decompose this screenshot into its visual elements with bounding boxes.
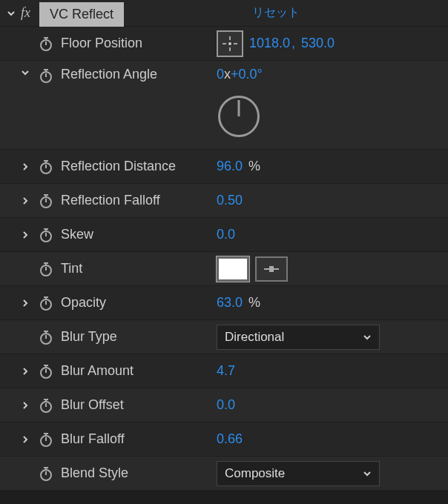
stopwatch-icon[interactable] xyxy=(37,226,55,244)
expand-caret[interactable] xyxy=(19,365,31,377)
angle-revs[interactable]: 0 xyxy=(217,67,224,82)
svg-point-4 xyxy=(228,42,231,45)
row-blend-style: Blend Style Composite xyxy=(0,457,448,491)
expand-caret[interactable] xyxy=(19,434,31,445)
row-reflection-angle: Reflection Angle 0x+0.0° xyxy=(0,61,448,150)
reflection-distance-value[interactable]: 96.0 xyxy=(217,159,243,174)
dropdown-value: Composite xyxy=(225,466,285,481)
blur-type-dropdown[interactable]: Directional xyxy=(217,325,380,350)
eyedropper-button[interactable] xyxy=(255,256,288,282)
effect-header: fx VC Reflect リセット xyxy=(0,0,448,27)
row-blur-falloff: Blur Falloff 0.66 xyxy=(0,422,448,457)
prop-label: Blur Type xyxy=(61,329,217,345)
stopwatch-icon[interactable] xyxy=(37,362,55,380)
prop-label: Skew xyxy=(61,227,217,242)
effect-name-tab[interactable]: VC Reflect xyxy=(39,2,124,27)
row-skew: Skew 0.0 xyxy=(0,218,448,252)
stopwatch-icon[interactable] xyxy=(37,294,55,312)
stopwatch-icon[interactable] xyxy=(37,35,55,53)
fx-badge[interactable]: fx xyxy=(21,5,30,21)
chevron-down-icon xyxy=(363,333,372,342)
crosshair-button[interactable] xyxy=(217,30,243,57)
expand-caret[interactable] xyxy=(19,297,31,309)
row-floor-position: Floor Position 1018.0,530.0 xyxy=(0,27,448,61)
row-blur-offset: Blur Offset 0.0 xyxy=(0,388,448,422)
chevron-down-icon xyxy=(363,469,372,478)
expand-caret[interactable] xyxy=(19,229,31,241)
row-opacity: Opacity 63.0% xyxy=(0,286,448,320)
row-tint: Tint xyxy=(0,252,448,286)
prop-label: Floor Position xyxy=(61,36,217,51)
angle-degrees[interactable]: +0.0 xyxy=(231,67,257,82)
stopwatch-icon[interactable] xyxy=(37,158,55,176)
row-blur-amount: Blur Amount 4.7 xyxy=(0,354,448,388)
stopwatch-icon[interactable] xyxy=(37,260,55,278)
expand-caret[interactable] xyxy=(19,67,31,79)
collapse-effect-caret[interactable] xyxy=(4,7,18,20)
stopwatch-icon[interactable] xyxy=(37,465,55,483)
row-reflection-falloff: Reflection Falloff 0.50 xyxy=(0,184,448,218)
tint-color-swatch[interactable] xyxy=(217,256,249,282)
blur-falloff-value[interactable]: 0.66 xyxy=(217,431,243,447)
skew-value[interactable]: 0.0 xyxy=(217,227,235,242)
angle-dial[interactable] xyxy=(218,96,260,137)
floor-x-value[interactable]: 1018.0 xyxy=(249,36,290,51)
expand-caret[interactable] xyxy=(19,161,31,173)
stopwatch-icon[interactable] xyxy=(37,67,55,84)
row-reflection-distance: Reflection Distance 96.0% xyxy=(0,150,448,184)
prop-label: Blur Falloff xyxy=(61,431,217,447)
prop-label: Blend Style xyxy=(61,465,217,481)
floor-y-value[interactable]: 530.0 xyxy=(301,36,335,51)
prop-label: Tint xyxy=(61,261,217,276)
reset-link[interactable]: リセット xyxy=(252,5,300,21)
stopwatch-icon[interactable] xyxy=(37,397,55,414)
expand-caret[interactable] xyxy=(19,195,31,207)
opacity-value[interactable]: 63.0 xyxy=(217,295,243,311)
blur-amount-value[interactable]: 4.7 xyxy=(217,363,235,379)
reflection-falloff-value[interactable]: 0.50 xyxy=(217,193,243,208)
prop-label: Blur Amount xyxy=(61,363,217,379)
prop-label: Reflection Angle xyxy=(61,67,217,82)
dropdown-value: Directional xyxy=(225,330,284,345)
stopwatch-icon[interactable] xyxy=(37,328,55,346)
prop-label: Opacity xyxy=(61,295,217,311)
prop-label: Blur Offset xyxy=(61,397,217,413)
svg-rect-30 xyxy=(269,266,274,272)
prop-label: Reflection Falloff xyxy=(61,193,217,208)
stopwatch-icon[interactable] xyxy=(37,431,55,448)
expand-caret[interactable] xyxy=(19,399,31,411)
row-blur-type: Blur Type Directional xyxy=(0,320,448,354)
blur-offset-value[interactable]: 0.0 xyxy=(217,397,235,413)
stopwatch-icon[interactable] xyxy=(37,192,55,210)
blend-style-dropdown[interactable]: Composite xyxy=(217,461,380,486)
prop-label: Reflection Distance xyxy=(61,159,217,174)
